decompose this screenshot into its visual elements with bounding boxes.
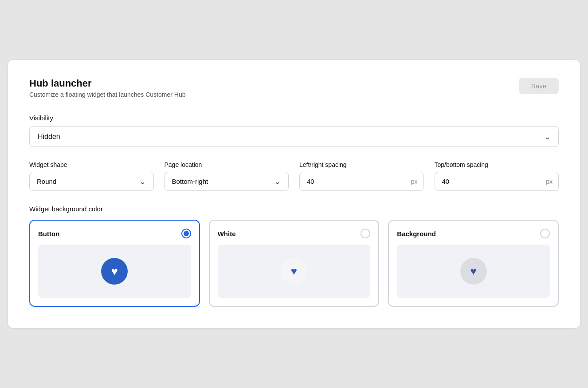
color-card-white-title: White — [218, 230, 236, 238]
radio-button-selected — [181, 229, 191, 238]
left-right-spacing-input[interactable] — [299, 172, 424, 191]
visibility-label: Visibility — [29, 114, 559, 122]
page-location-label: Page location — [165, 161, 289, 168]
radio-white-unselected — [361, 229, 370, 238]
color-card-white-header: White — [218, 229, 371, 238]
left-right-spacing-input-wrapper: px — [299, 172, 424, 191]
left-right-spacing-field: Left/right spacing px — [299, 161, 424, 191]
widget-shape-label: Widget shape — [29, 161, 154, 168]
page-location-select[interactable]: Bottom-right Bottom-left Top-right Top-l… — [165, 172, 289, 191]
color-card-background[interactable]: Background ♥ — [388, 220, 559, 307]
widget-shape-field: Widget shape Round Square ⌄ — [29, 161, 154, 191]
page-container: Hub launcher Customize a floating widget… — [0, 0, 588, 388]
white-preview: ♥ — [218, 245, 371, 298]
left-right-spacing-label: Left/right spacing — [299, 161, 424, 168]
top-bottom-spacing-input-wrapper: px — [435, 172, 559, 191]
page-location-select-wrapper: Bottom-right Bottom-left Top-right Top-l… — [165, 172, 289, 191]
button-preview-circle: ♥ — [101, 258, 128, 285]
heart-icon-blue-dark: ♥ — [470, 266, 477, 277]
white-preview-circle: ♥ — [281, 258, 307, 285]
page-subtitle: Customize a floating widget that launche… — [29, 91, 186, 98]
page-location-field: Page location Bottom-right Bottom-left T… — [165, 161, 289, 191]
title-block: Hub launcher Customize a floating widget… — [29, 78, 186, 98]
header: Hub launcher Customize a floating widget… — [29, 78, 559, 98]
bg-color-label: Widget background color — [29, 205, 559, 213]
widget-shape-select-wrapper: Round Square ⌄ — [29, 172, 154, 191]
visibility-select-wrapper: Hidden Visible ⌄ — [29, 126, 559, 147]
radio-background-unselected — [540, 229, 550, 238]
widget-shape-select[interactable]: Round Square — [29, 172, 154, 191]
top-bottom-spacing-label: Top/bottom spacing — [435, 161, 559, 168]
color-card-white[interactable]: White ♥ — [209, 220, 380, 307]
save-button[interactable]: Save — [519, 78, 559, 94]
visibility-select[interactable]: Hidden Visible — [29, 126, 559, 147]
button-preview: ♥ — [38, 245, 191, 298]
color-card-background-title: Background — [397, 230, 436, 238]
top-bottom-spacing-input[interactable] — [435, 172, 559, 191]
color-card-button-title: Button — [38, 230, 59, 238]
color-options: Button ♥ White — [29, 220, 559, 307]
heart-icon-blue: ♥ — [291, 266, 297, 277]
color-card-button[interactable]: Button ♥ — [29, 220, 200, 307]
heart-icon-white: ♥ — [111, 265, 118, 277]
visibility-section: Visibility Hidden Visible ⌄ — [29, 114, 559, 147]
bg-color-section: Widget background color Button ♥ — [29, 205, 559, 307]
settings-card: Hub launcher Customize a floating widget… — [8, 60, 580, 328]
background-preview-circle: ♥ — [460, 258, 487, 285]
top-bottom-spacing-field: Top/bottom spacing px — [435, 161, 559, 191]
settings-grid-row: Widget shape Round Square ⌄ Page locatio… — [29, 161, 559, 191]
color-card-background-header: Background — [397, 229, 550, 238]
color-card-button-header: Button — [38, 229, 191, 238]
page-title: Hub launcher — [29, 78, 186, 89]
background-preview: ♥ — [397, 245, 550, 298]
